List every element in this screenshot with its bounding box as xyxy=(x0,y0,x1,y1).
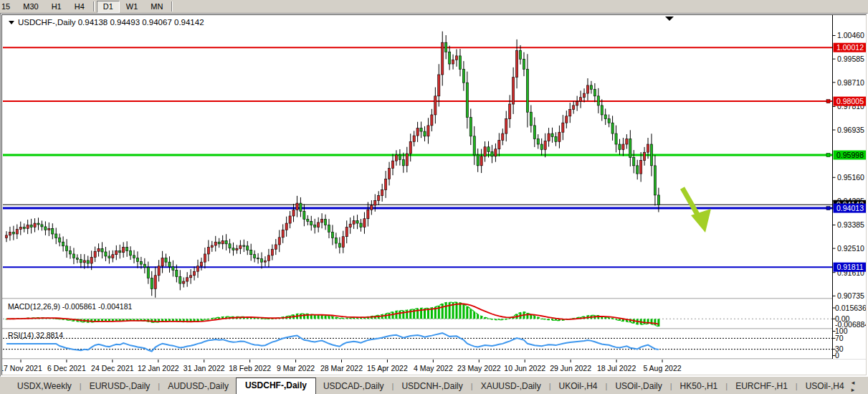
svg-text:10 Jun 2022: 10 Jun 2022 xyxy=(504,364,545,372)
level-0.98005-badge: 0.98005 xyxy=(836,97,864,105)
svg-text:18 Feb 2022: 18 Feb 2022 xyxy=(229,364,271,372)
level-0.95998-badge: 0.95998 xyxy=(836,151,864,159)
svg-text:15 Apr 2022: 15 Apr 2022 xyxy=(367,364,408,372)
price-tick-label: 0.96935 xyxy=(837,126,864,134)
svg-text:12 Jan 2022: 12 Jan 2022 xyxy=(138,364,179,372)
tab-usoil-daily[interactable]: USOil-,Daily xyxy=(608,379,669,394)
rsi-label: RSI(14) 32.8814 xyxy=(8,331,63,339)
svg-text:4 May 2022: 4 May 2022 xyxy=(414,364,453,372)
svg-text:29 Jun 2022: 29 Jun 2022 xyxy=(550,364,591,372)
svg-text:9 Mar 2022: 9 Mar 2022 xyxy=(277,364,315,372)
terminal-window: 15M30H1H4D1W1MN 1.004600.995850.987100.9… xyxy=(0,0,868,394)
tab-ukoil-h4[interactable]: UKOil-,H4 xyxy=(552,379,605,394)
timeframe-button-h4[interactable]: H4 xyxy=(68,1,91,13)
tab-hk50-h1[interactable]: HK50-,H1 xyxy=(673,379,725,394)
price-tick-label: 1.00460 xyxy=(837,31,864,39)
svg-text:24 Dec 2021: 24 Dec 2021 xyxy=(91,364,134,372)
tab-audusd-daily[interactable]: AUDUSD-,Daily xyxy=(161,379,236,394)
timeframe-button-mn[interactable]: MN xyxy=(144,1,169,13)
timeframe-button-w1[interactable]: W1 xyxy=(120,1,145,13)
tab-eurusd-daily[interactable]: EURUSD-,Daily xyxy=(82,379,158,394)
price-tick-label: 0.92510 xyxy=(837,244,864,253)
svg-text:6 Dec 2021: 6 Dec 2021 xyxy=(47,364,86,372)
timeframe-button-15[interactable]: 15 xyxy=(0,1,16,13)
level-1.00012-badge: 1.00012 xyxy=(836,43,864,52)
price-tick-label: 0.95160 xyxy=(837,173,864,182)
svg-text:5 Aug 2022: 5 Aug 2022 xyxy=(643,364,681,372)
tab-usdchf-daily[interactable]: USDCHF-,Daily xyxy=(236,377,316,394)
chart-title: USDCHF-,Daily 0.94138 0.94493 0.94067 0.… xyxy=(18,18,204,27)
level-0.91811-badge: 0.91811 xyxy=(836,263,863,271)
tab-usdcad-daily[interactable]: USDCAD-,Daily xyxy=(316,379,391,394)
level-line-handle[interactable] xyxy=(826,154,830,157)
price-tick-label: 0.98710 xyxy=(837,78,864,87)
rsi-axis-label: 70 xyxy=(835,334,844,342)
level-line-handle[interactable] xyxy=(826,207,830,210)
tab-usoil-h4[interactable]: USOil-,H4 xyxy=(798,379,852,394)
price-tick-label: 0.99585 xyxy=(837,55,864,63)
tab-xauusd-daily[interactable]: XAUUSD-,Daily xyxy=(474,379,548,394)
chart-canvas[interactable]: 1.004600.995850.987100.978100.969350.951… xyxy=(2,15,867,375)
chart-tab-bar: USDX,Weekly|EURUSD-,Daily|AUDUSD-,DailyU… xyxy=(0,377,868,394)
timeframe-button-d1[interactable]: D1 xyxy=(97,1,120,13)
timeframe-toolbar: 15M30H1H4D1W1MN xyxy=(0,0,868,13)
timeframe-button-h1[interactable]: H1 xyxy=(45,1,68,13)
macd-axis-label: 0.015636 xyxy=(835,304,867,312)
svg-text:17 Nov 2021: 17 Nov 2021 xyxy=(2,364,42,372)
level-line-handle[interactable] xyxy=(826,100,830,103)
level-0.94013-badge: 0.94013 xyxy=(836,204,864,212)
price-tick-label: 0.93385 xyxy=(837,220,864,229)
tab-usdx-weekly[interactable]: USDX,Weekly xyxy=(10,379,79,394)
rsi-axis-label: 0 xyxy=(835,351,839,360)
chart-client-area: 1.004600.995850.987100.978100.969350.951… xyxy=(1,14,867,375)
tab-scroll-arrows-icon[interactable]: ◂ ▸ xyxy=(852,379,864,393)
tab-usdcnh-daily[interactable]: USDCNH-,Daily xyxy=(394,379,469,394)
chart-window: 1.004600.995850.987100.978100.969350.951… xyxy=(0,13,868,377)
svg-text:28 Mar 2022: 28 Mar 2022 xyxy=(320,364,363,372)
toolbar-separator xyxy=(171,1,173,11)
price-tick-label: 0.90735 xyxy=(837,291,864,300)
svg-text:23 May 2022: 23 May 2022 xyxy=(457,364,501,372)
timeframe-button-m30[interactable]: M30 xyxy=(16,1,44,13)
svg-text:31 Jan 2022: 31 Jan 2022 xyxy=(183,364,225,372)
toolbar-separator xyxy=(93,1,95,11)
svg-text:18 Jul 2022: 18 Jul 2022 xyxy=(597,364,636,372)
macd-label: MACD(12,26,9) -0.005861 -0.004181 xyxy=(8,302,133,311)
tab-eurchf-h1[interactable]: EURCHF-,H1 xyxy=(728,379,795,394)
